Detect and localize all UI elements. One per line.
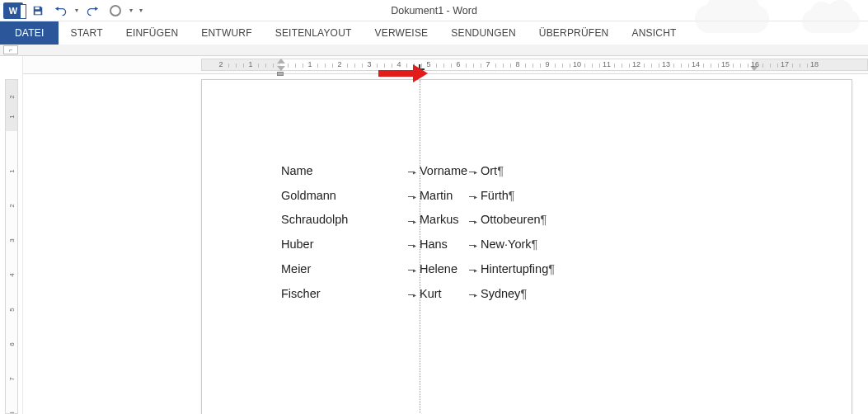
cell-name: Fischer	[281, 282, 364, 307]
hruler-tick: 2	[218, 60, 223, 68]
svg-rect-0	[35, 7, 40, 9]
qat-customize-dropdown[interactable]: ▾	[135, 0, 147, 21]
vruler-tick: 2	[8, 200, 16, 212]
cell-vorname: Hans	[420, 233, 466, 257]
ribbon-tab-view[interactable]: ANSICHT	[620, 21, 687, 45]
vruler-tick: 2	[8, 92, 16, 103]
hruler-tick: 11	[603, 60, 611, 68]
vertical-ruler[interactable]: 2 1 1 2 3 4 5 6 7 8	[5, 79, 18, 414]
ribbon-tab-start[interactable]: START	[59, 21, 114, 45]
ribbon-tab-review[interactable]: ÜBERPRÜFEN	[528, 21, 621, 45]
cell-vorname: Vorname	[420, 159, 466, 184]
ribbon-tab-design[interactable]: ENTWURF	[190, 21, 263, 45]
pilcrow-icon: ¶	[548, 262, 555, 275]
ruler-strip: ⌐	[0, 45, 868, 56]
ribbon-tab-file[interactable]: DATEI	[0, 21, 59, 45]
text-line[interactable]: NameVornameOrt¶	[281, 159, 802, 184]
quick-access-toolbar: W ▾ ▾ ▾ Dokument1 - Word	[0, 0, 868, 21]
cell-ort: Ort	[481, 164, 497, 177]
tab-type-selector[interactable]: ⌐	[3, 45, 18, 54]
hruler-tick: 9	[545, 60, 549, 68]
vruler-tick: 1	[8, 111, 16, 123]
hruler-tick: 17	[781, 60, 789, 68]
hruler-tick: 12	[632, 60, 640, 68]
pilcrow-icon: ¶	[541, 213, 547, 226]
left-indent-marker[interactable]	[277, 72, 284, 76]
hruler-tick: 4	[396, 60, 401, 68]
cell-name: Meier	[281, 257, 364, 282]
cell-name: Name	[281, 159, 364, 184]
cell-ort: Sydney	[481, 287, 520, 300]
hanging-indent-marker[interactable]	[277, 66, 285, 71]
redo-button[interactable]	[81, 0, 104, 21]
vruler-tick: 6	[8, 339, 16, 350]
cell-vorname: Martin	[420, 184, 466, 209]
cell-name: Schraudolph	[281, 208, 380, 233]
cell-name: Goldmann	[281, 184, 364, 209]
hruler-tick: 16	[751, 60, 759, 68]
pilcrow-icon: ¶	[532, 238, 538, 251]
hruler-tick: 1	[248, 60, 252, 68]
hruler-tick: 14	[692, 60, 700, 68]
save-button[interactable]	[26, 0, 49, 21]
text-line[interactable]: GoldmannMartinFürth¶	[281, 184, 802, 209]
hruler-tick: 1	[307, 60, 312, 68]
document-body[interactable]: NameVornameOrt¶GoldmannMartinFürth¶Schra…	[281, 159, 802, 306]
hruler-tick: 18	[810, 60, 819, 68]
hruler-tick: 5	[426, 60, 430, 68]
touch-mode-button[interactable]	[104, 0, 127, 21]
cell-ort: Ottobeuren	[481, 213, 541, 226]
vruler-tick: 3	[8, 235, 16, 247]
vruler-tick: 4	[8, 270, 16, 281]
hruler-tick: 6	[456, 60, 460, 68]
touch-mode-dropdown[interactable]: ▾	[127, 0, 135, 21]
hruler-tick: 10	[573, 60, 581, 68]
hruler-tick: 2	[337, 60, 341, 68]
hruler-tick: 3	[367, 60, 371, 68]
vruler-tick: 1	[8, 166, 16, 177]
hruler-tick: 8	[515, 60, 519, 68]
text-line[interactable]: HuberHansNew·York¶	[281, 233, 802, 257]
ribbon-tab-insert[interactable]: EINFÜGEN	[115, 21, 190, 45]
word-app-icon: W	[3, 2, 23, 19]
document-page[interactable]: NameVornameOrt¶GoldmannMartinFürth¶Schra…	[201, 79, 852, 414]
pilcrow-icon: ¶	[497, 164, 504, 177]
workspace: 2 1 1 2 3 4 5 6 7 8 211234567891011121	[0, 56, 868, 414]
ribbon-tabs: DATEI START EINFÜGEN ENTWURF SEITENLAYOU…	[0, 21, 868, 45]
ribbon-tab-references[interactable]: VERWEISE	[364, 21, 440, 45]
undo-button[interactable]	[49, 0, 73, 21]
text-line[interactable]: MeierHeleneHintertupfing¶	[281, 257, 802, 282]
ribbon-tab-mailings[interactable]: SENDUNGEN	[439, 21, 527, 45]
horizontal-ruler[interactable]: 21123456789101112131415161718	[23, 56, 868, 74]
pilcrow-icon: ¶	[520, 287, 527, 300]
cell-ort: New·York	[481, 238, 532, 251]
hruler-tick: 15	[721, 60, 730, 68]
text-line[interactable]: SchraudolphMarkusOttobeuren¶	[281, 208, 802, 233]
vruler-tick: 8	[8, 408, 16, 415]
cell-ort: Fürth	[481, 189, 509, 202]
hruler-tick: 13	[662, 60, 670, 68]
first-line-indent-marker[interactable]	[277, 59, 285, 64]
cell-vorname: Markus	[420, 208, 466, 233]
window-title: Dokument1 - Word	[391, 5, 477, 16]
text-line[interactable]: FischerKurtSydney¶	[281, 282, 802, 307]
cell-vorname: Kurt	[420, 282, 466, 307]
cell-ort: Hintertupfing	[481, 262, 548, 275]
page-area[interactable]: NameVornameOrt¶GoldmannMartinFürth¶Schra…	[23, 79, 868, 414]
pilcrow-icon: ¶	[509, 189, 515, 202]
vruler-tick: 7	[8, 374, 16, 385]
svg-rect-1	[35, 11, 41, 14]
cell-name: Huber	[281, 233, 364, 257]
cell-vorname: Helene	[420, 257, 466, 282]
vruler-tick: 5	[8, 304, 16, 316]
vertical-ruler-column: 2 1 1 2 3 4 5 6 7 8	[0, 56, 23, 414]
ribbon-tab-layout[interactable]: SEITENLAYOUT	[264, 21, 364, 45]
hruler-tick: 7	[486, 60, 490, 68]
undo-dropdown[interactable]: ▾	[73, 0, 81, 21]
